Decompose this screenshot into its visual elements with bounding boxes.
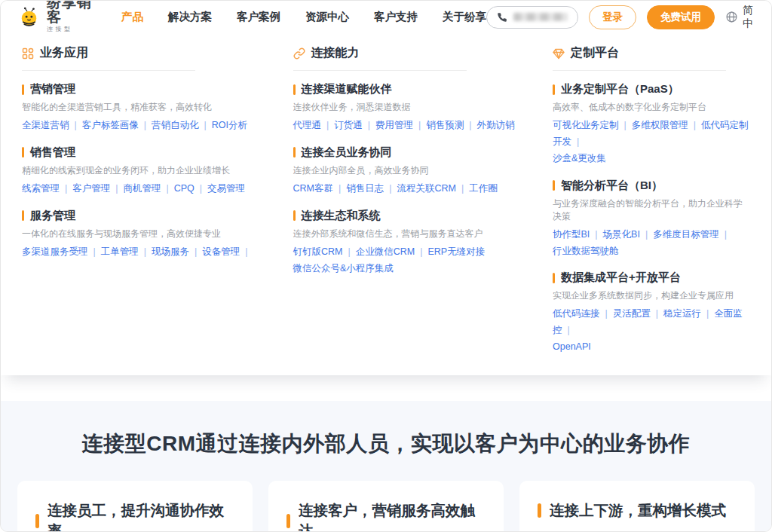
mega-column-1: 业务应用营销管理智能化的全渠道营销工具，精准获客，高效转化全渠道营销|客户标签画… (22, 45, 282, 356)
mega-link[interactable]: 设备管理 (202, 246, 240, 257)
gem-icon (553, 47, 565, 60)
link-separator: | (348, 246, 350, 257)
accent-bar (553, 180, 555, 191)
mega-link[interactable]: 流程关联CRM (397, 183, 455, 194)
mega-link-row: CRM客群|销售日志|流程关联CRM|工作圈 (293, 181, 542, 197)
mega-link[interactable]: 销售日志 (346, 183, 384, 194)
nav-item-客户支持[interactable]: 客户支持 (374, 10, 418, 24)
accent-bar (22, 147, 24, 157)
mega-link[interactable]: 多维权限管理 (632, 120, 688, 130)
mega-column-3: 定制平台业务定制平台（PaaS）高效率、低成本的数字化业务定制平台可视化业务定制… (553, 45, 750, 356)
mega-column-header: 业务应用 (22, 45, 282, 61)
mega-link[interactable]: 客户标签画像 (82, 120, 139, 130)
language-switcher[interactable]: 简中 (725, 4, 753, 31)
mega-link[interactable]: 线索管理 (22, 183, 60, 194)
accent-bar (286, 514, 290, 528)
mega-link-row: 微信公众号&小程序集成 (293, 261, 542, 277)
mega-link-row: 钉钉版CRM|企业微信CRM|ERP无缝对接 (293, 244, 542, 261)
mega-link[interactable]: 钉钉版CRM (293, 246, 343, 257)
mega-link-row: 多渠道服务受理|工单管理|现场服务|设备管理| (22, 244, 282, 261)
phone-number-pill[interactable] (486, 6, 578, 29)
accent-bar (553, 84, 555, 95)
mega-link[interactable]: OpenAPI (553, 341, 591, 352)
mega-section-desc: 连接企业内部全员，高效业务协同 (293, 164, 542, 177)
mega-section-desc: 高效率、低成本的数字化业务定制平台 (553, 101, 750, 114)
mega-link[interactable]: CRM客群 (293, 183, 333, 194)
mega-section-desc: 与业务深度融合的智能分析平台，助力企业科学决策 (553, 197, 750, 223)
mega-link[interactable]: 低代码连接 (553, 308, 600, 319)
mega-section-title-text: 服务管理 (30, 209, 75, 223)
link-separator: | (645, 229, 648, 240)
mega-link[interactable]: 现场服务 (152, 246, 189, 257)
mega-link[interactable]: 可视化业务定制 (553, 120, 619, 130)
accent-bar (538, 503, 541, 518)
mega-link[interactable]: 全渠道营销 (22, 120, 69, 130)
link-separator: | (65, 183, 67, 194)
mega-link[interactable]: 销售预测 (426, 120, 464, 130)
mega-link[interactable]: 场景化BI (603, 229, 640, 240)
mega-link[interactable]: 沙盒&更改集 (553, 153, 606, 164)
mega-menu-columns: 业务应用营销管理智能化的全渠道营销工具，精准获客，高效转化全渠道营销|客户标签画… (22, 45, 750, 356)
mega-section-销售管理: 销售管理精细化的线索到现金的业务闭环，助力企业业绩增长线索管理|客户管理|商机管… (22, 145, 282, 197)
mega-link[interactable]: 订货通 (334, 120, 363, 130)
mega-section-业务定制平台（PaaS）: 业务定制平台（PaaS）高效率、低成本的数字化业务定制平台可视化业务定制|多维权… (553, 82, 750, 167)
mega-link[interactable]: 工作圈 (469, 183, 498, 194)
mega-link[interactable]: 营销自动化 (152, 120, 199, 130)
link-separator: | (200, 183, 202, 194)
mega-link-row: 协作型BI|场景化BI|多维度目标管理| (553, 227, 750, 243)
mega-section-title-text: 连接生态和系统 (302, 209, 381, 223)
feature-cards-row: 连接员工，提升沟通协作效率实现以客户为中心的企业内全员高效业务协作，提升销售、渠… (1, 481, 771, 532)
phone-icon (497, 12, 507, 23)
mega-link[interactable]: 交易管理 (207, 183, 245, 194)
nav-item-客户案例[interactable]: 客户案例 (237, 10, 280, 24)
mega-column-title: 连接能力 (311, 45, 360, 61)
mega-link[interactable]: CPQ (174, 183, 195, 194)
column-divider (553, 70, 726, 71)
mega-link[interactable]: 企业微信CRM (356, 246, 415, 257)
link-separator: | (167, 183, 169, 194)
mega-link[interactable]: 客户管理 (72, 183, 110, 194)
mega-section-连接全员业务协同: 连接全员业务协同连接企业内部全员，高效业务协同CRM客群|销售日志|流程关联CR… (293, 145, 542, 197)
mega-link[interactable]: 工单管理 (101, 246, 139, 257)
login-button[interactable]: 登录 (589, 5, 636, 29)
mega-link[interactable]: 商机管理 (124, 183, 161, 194)
mega-section-desc: 精细化的线索到现金的业务闭环，助力企业业绩增长 (22, 164, 282, 177)
mega-column-title: 定制平台 (571, 45, 619, 61)
nav-item-解决方案[interactable]: 解决方案 (168, 10, 212, 24)
accent-bar (22, 84, 24, 95)
nav-item-产品[interactable]: 产品 (121, 10, 143, 24)
card-title-text: 连接员工，提升沟通协作效率 (47, 500, 234, 532)
mega-link[interactable]: 多渠道服务受理 (22, 246, 88, 257)
mega-link-row: 行业数据驾驶舱 (553, 243, 750, 260)
mega-link[interactable]: 代理通 (293, 120, 322, 130)
feature-card-3: 连接上下游，重构增长模式深度连接上下游业务，打通1个厂家和N个代理商/经销商的1… (519, 481, 755, 532)
mega-section-连接生态和系统: 连接生态和系统连接外部系统和微信生态，营销与服务直达客户钉钉版CRM|企业微信C… (293, 209, 542, 277)
link-separator: | (93, 246, 96, 257)
accent-bar (22, 210, 24, 221)
nav-item-资源中心[interactable]: 资源中心 (305, 10, 349, 24)
nav-item-关于纷享[interactable]: 关于纷享 (443, 10, 486, 24)
mega-link[interactable]: 协作型BI (553, 229, 590, 240)
mega-section-title: 数据集成平台+开放平台 (553, 271, 750, 285)
column-divider (293, 70, 467, 71)
free-trial-button[interactable]: 免费试用 (647, 5, 715, 29)
link-separator: | (469, 120, 471, 130)
mega-link[interactable]: ERP无缝对接 (427, 246, 485, 257)
mega-link[interactable]: 行业数据驾驶舱 (553, 246, 619, 256)
mega-link[interactable]: 费用管理 (375, 120, 413, 130)
crm-intro-section: 连接型CRM通过连接内外部人员，实现以客户为中心的业务协作 连接员工，提升沟通协… (1, 401, 771, 532)
link-separator: | (204, 120, 207, 130)
feature-card-2: 连接客户，营销服务高效触达深度集成企业微信、公众号、小程序，并整合多个沟通渠道，… (268, 481, 504, 532)
mega-section-desc: 智能化的全渠道营销工具，精准获客，高效转化 (22, 101, 282, 114)
grid-icon (22, 47, 34, 60)
link-separator: | (389, 183, 391, 194)
link-separator: | (144, 120, 146, 130)
mega-link[interactable]: 稳定运行 (663, 308, 701, 319)
mega-link[interactable]: 灵活配置 (613, 308, 651, 319)
mega-link[interactable]: 外勤访销 (477, 120, 515, 130)
mega-link[interactable]: 微信公众号&小程序集成 (293, 263, 394, 274)
mega-section-title: 营销管理 (22, 82, 282, 96)
mega-section-title: 销售管理 (22, 145, 282, 160)
mega-link[interactable]: 多维度目标管理 (653, 229, 719, 240)
mega-link[interactable]: ROI分析 (212, 120, 247, 130)
